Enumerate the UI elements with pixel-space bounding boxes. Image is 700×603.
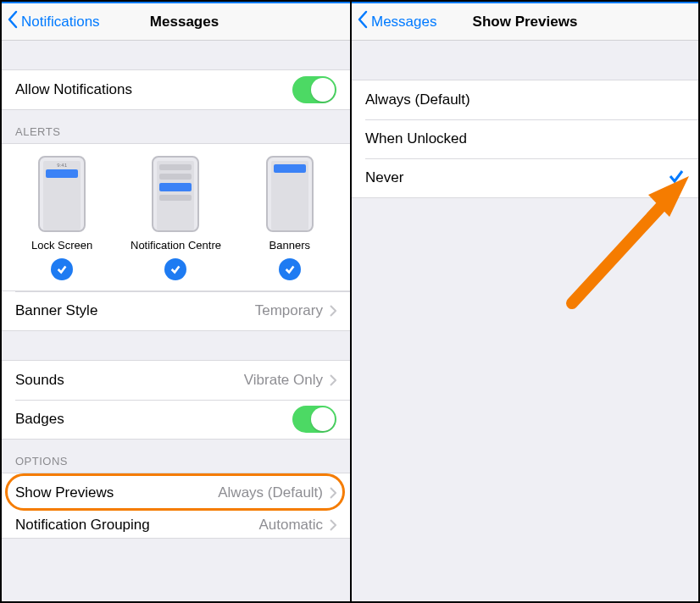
preview-option-when-unlocked[interactable]: When Unlocked: [352, 119, 698, 158]
row-label: Notification Grouping: [15, 517, 150, 534]
options-header: OPTIONS: [2, 440, 350, 473]
option-label: When Unlocked: [365, 130, 467, 147]
alert-label: Lock Screen: [31, 239, 92, 252]
sounds-row[interactable]: Sounds Vibrate Only: [2, 361, 350, 400]
option-label: Always (Default): [365, 91, 470, 108]
show-previews-row[interactable]: Show Previews Always (Default): [2, 473, 350, 512]
preview-option-always[interactable]: Always (Default): [352, 80, 698, 119]
chevron-right-icon: [330, 487, 336, 499]
chevron-left-icon: [357, 10, 371, 33]
checkmark-icon: [668, 169, 685, 188]
back-label: Notifications: [21, 14, 100, 30]
chevron-right-icon: [330, 374, 336, 386]
back-button[interactable]: Notifications: [7, 10, 100, 33]
alerts-header: ALERTS: [2, 110, 350, 143]
navbar-right: Messages Show Previews: [352, 3, 698, 41]
banner-style-row[interactable]: Banner Style Temporary: [2, 291, 350, 330]
row-value: Temporary: [255, 302, 323, 319]
lock-screen-preview-icon: 9:41: [38, 156, 86, 232]
row-label: Banner Style: [15, 302, 97, 319]
chevron-right-icon: [330, 519, 336, 531]
back-label: Messages: [371, 14, 436, 30]
check-circle-icon: [164, 258, 186, 280]
option-label: Never: [365, 169, 403, 186]
badges-row[interactable]: Badges: [2, 400, 350, 439]
alert-option-notification-centre[interactable]: Notification Centre: [125, 156, 226, 280]
check-circle-icon: [51, 258, 73, 280]
show-previews-panel: Messages Show Previews Always (Default) …: [350, 2, 698, 601]
navbar-left: Notifications Messages: [2, 3, 350, 41]
alerts-section: 9:41 Lock Screen: [2, 143, 350, 291]
preview-option-never[interactable]: Never: [352, 158, 698, 197]
settings-messages-panel: Notifications Messages Allow Notificatio…: [2, 2, 350, 601]
svg-line-0: [572, 197, 669, 303]
row-label: Sounds: [15, 372, 64, 389]
chevron-right-icon: [330, 305, 336, 317]
row-label: Show Previews: [15, 484, 114, 501]
notification-centre-preview-icon: [152, 156, 199, 232]
notification-grouping-row[interactable]: Notification Grouping Automatic: [2, 512, 350, 538]
alert-option-lock-screen[interactable]: 9:41 Lock Screen: [11, 156, 113, 280]
alert-label: Notification Centre: [131, 239, 221, 252]
row-value: Automatic: [258, 517, 323, 534]
alert-option-banners[interactable]: Banners: [239, 156, 341, 280]
check-circle-icon: [279, 258, 301, 280]
row-value: Vibrate Only: [244, 372, 323, 389]
row-value: Always (Default): [218, 484, 323, 501]
allow-notifications-row[interactable]: Allow Notifications: [2, 70, 350, 109]
allow-notifications-toggle[interactable]: [292, 76, 336, 103]
row-label: Allow Notifications: [15, 81, 132, 98]
back-button[interactable]: Messages: [357, 10, 436, 33]
alert-label: Banners: [269, 239, 310, 252]
banners-preview-icon: [266, 156, 314, 232]
chevron-left-icon: [7, 10, 21, 33]
row-label: Badges: [15, 411, 64, 428]
badges-toggle[interactable]: [292, 406, 336, 433]
